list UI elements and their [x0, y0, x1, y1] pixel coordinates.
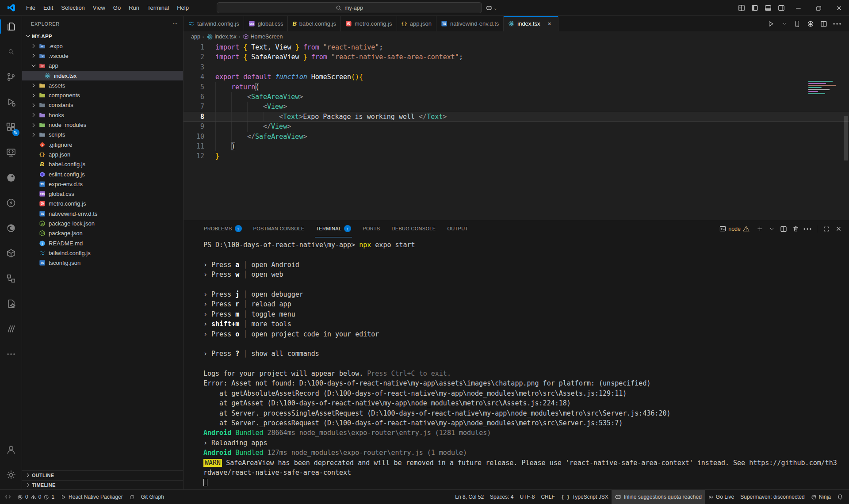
- panel-tab-terminal[interactable]: TERMINAL1: [315, 220, 352, 237]
- status-react-native-packager[interactable]: React Native Packager: [57, 490, 126, 504]
- close-tab-icon[interactable]: ×: [546, 20, 554, 27]
- status-remote-window[interactable]: [2, 490, 14, 504]
- menu-help[interactable]: Help: [173, 4, 193, 11]
- tree-item--expo[interactable]: .expo: [22, 41, 183, 51]
- status-sync-status[interactable]: [126, 490, 138, 504]
- activity-settings[interactable]: [0, 464, 22, 485]
- activity-explorer[interactable]: [0, 16, 22, 37]
- tab-babel-config-js[interactable]: Bbabel.config.js: [288, 16, 341, 31]
- tree-item-package-lock-json[interactable]: JSpackage-lock.json: [22, 218, 183, 228]
- code-line-3[interactable]: 3: [184, 62, 849, 72]
- tab-metro-config-js[interactable]: metro.config.js: [341, 16, 397, 31]
- breadcrumb-index-tsx[interactable]: index.tsx: [207, 34, 237, 40]
- run-button[interactable]: [765, 16, 776, 32]
- activity-source-control[interactable]: [0, 66, 22, 88]
- tab-nativewind-env-d-ts[interactable]: TSnativewind-env.d.ts: [436, 16, 504, 31]
- code-line-8[interactable]: 8<Text>Expo Package is working well </Te…: [184, 112, 849, 122]
- tree-item-hooks[interactable]: hooks: [22, 110, 183, 120]
- restore-button[interactable]: [808, 0, 829, 16]
- menu-edit[interactable]: Edit: [39, 4, 57, 11]
- tree-item-constants[interactable]: constants: [22, 100, 183, 110]
- panel-tab-ports[interactable]: PORTS: [362, 220, 381, 237]
- tree-item-babel-config-js[interactable]: Bbabel.config.js: [22, 160, 183, 169]
- tree-item-expo-env-d-ts[interactable]: TSexpo-env.d.ts: [22, 179, 183, 189]
- activity-thunder-client[interactable]: [0, 192, 22, 214]
- breadcrumb[interactable]: app›index.tsx›HomeScreen: [184, 31, 849, 42]
- activity-accounts[interactable]: [0, 439, 22, 460]
- tree-item-assets[interactable]: assets: [22, 80, 183, 90]
- activity-project-manager[interactable]: [0, 268, 22, 289]
- maximize-panel-icon[interactable]: [821, 222, 832, 236]
- tree-item-components[interactable]: components: [22, 90, 183, 100]
- tree-item-tsconfig-json[interactable]: TStsconfig.json: [22, 258, 183, 268]
- close-button[interactable]: [829, 0, 849, 16]
- activity-more[interactable]: [0, 344, 22, 365]
- run-on-device-icon[interactable]: [792, 16, 803, 32]
- openai-icon[interactable]: [805, 16, 816, 32]
- code-line-12[interactable]: 12}: [184, 151, 849, 161]
- panel-tab-debug-console[interactable]: DEBUG CONSOLE: [391, 220, 437, 237]
- tree-item-global-css[interactable]: CSSglobal.css: [22, 189, 183, 199]
- tree-item-tailwind-config-js[interactable]: tailwind.config.js: [22, 248, 183, 258]
- status-ninja[interactable]: Ninja: [808, 490, 834, 504]
- tree-item-metro-config-js[interactable]: metro.config.js: [22, 199, 183, 209]
- new-terminal-icon[interactable]: [754, 222, 765, 236]
- status-notifications[interactable]: [834, 490, 846, 504]
- tree-item-nativewind-env-d-ts[interactable]: TSnativewind-env.d.ts: [22, 209, 183, 218]
- toggle-secondary-sidebar-icon[interactable]: [775, 0, 788, 16]
- activity-containers[interactable]: [0, 243, 22, 264]
- activity-edge-tools[interactable]: [0, 218, 22, 239]
- activity-code-runner[interactable]: [0, 293, 22, 314]
- search-input[interactable]: my-app: [217, 2, 482, 13]
- code-line-5[interactable]: 5return(: [184, 82, 849, 92]
- status-eol[interactable]: CRLF: [538, 490, 558, 504]
- tab-index-tsx[interactable]: index.tsx×: [504, 16, 558, 31]
- tab-tailwind-config-js[interactable]: tailwind.config.js: [184, 16, 244, 31]
- panel-tab-problems[interactable]: PROBLEMS1: [203, 220, 243, 237]
- explorer-more-actions[interactable]: ⋯: [172, 21, 178, 27]
- terminal-instance-chip[interactable]: node: [719, 225, 750, 232]
- menu-selection[interactable]: Selection: [57, 4, 88, 11]
- menu-file[interactable]: File: [22, 4, 39, 11]
- tree-item-eslint-config-js[interactable]: eslint.config.js: [22, 169, 183, 179]
- tree-item-package-json[interactable]: JSpackage.json: [22, 229, 183, 238]
- menu-view[interactable]: View: [89, 4, 109, 11]
- activity-supermaven[interactable]: [0, 318, 22, 340]
- status-indentation[interactable]: Spaces: 4: [487, 490, 516, 504]
- code-line-2[interactable]: 2import { SafeAreaView } from "react-nat…: [184, 52, 849, 62]
- activity-postman[interactable]: [0, 167, 22, 188]
- section-outline[interactable]: OUTLINE: [22, 470, 183, 480]
- breadcrumb-app[interactable]: app: [191, 34, 200, 40]
- split-terminal-icon[interactable]: [778, 222, 789, 236]
- tree-item-app[interactable]: app: [22, 61, 183, 71]
- menu-run[interactable]: Run: [125, 4, 143, 11]
- status-go-live[interactable]: Go Live: [705, 490, 737, 504]
- minimize-button[interactable]: [788, 0, 808, 16]
- status-git-graph[interactable]: Git Graph: [138, 490, 167, 504]
- status-encoding[interactable]: UTF-8: [516, 490, 538, 504]
- activity-remote-explorer[interactable]: [0, 142, 22, 163]
- code-line-6[interactable]: 6<SafeAreaView>: [184, 92, 849, 102]
- customize-layout-icon[interactable]: [735, 0, 748, 16]
- activity-search[interactable]: [0, 41, 22, 62]
- tab-app-json[interactable]: {}app.json: [397, 16, 436, 31]
- terminal-output[interactable]: PS D:\100-days-of-react-native\my-app> n…: [184, 237, 849, 489]
- toggle-panel-icon[interactable]: [761, 0, 775, 16]
- tree-item-app-json[interactable]: {}app.json: [22, 149, 183, 159]
- status-language-mode[interactable]: { }TypeScript JSX: [558, 490, 612, 504]
- code-line-4[interactable]: 4export default function HomeScreen(){: [184, 72, 849, 82]
- tree-item-readme-md[interactable]: README.md: [22, 238, 183, 248]
- breadcrumb-homescreen[interactable]: HomeScreen: [243, 34, 283, 40]
- kill-terminal-icon[interactable]: [790, 222, 801, 236]
- status-copilot-quota[interactable]: Inline suggestions quota reached: [612, 490, 705, 504]
- split-editor-icon[interactable]: [818, 16, 830, 32]
- tree-item-scripts[interactable]: scripts: [22, 130, 183, 140]
- code-line-10[interactable]: 10</SafeAreaView>: [184, 132, 849, 141]
- panel-tab-output[interactable]: OUTPUT: [446, 220, 469, 237]
- panel-tab-postman-console[interactable]: POSTMAN CONSOLE: [252, 220, 306, 237]
- project-root-row[interactable]: MY-APP: [22, 31, 183, 41]
- toggle-primary-sidebar-icon[interactable]: [748, 0, 761, 16]
- status-cursor-position[interactable]: Ln 8, Col 52: [452, 490, 487, 504]
- status-problems-summary[interactable]: 001: [14, 490, 57, 504]
- code-line-9[interactable]: 9</View>: [184, 122, 849, 131]
